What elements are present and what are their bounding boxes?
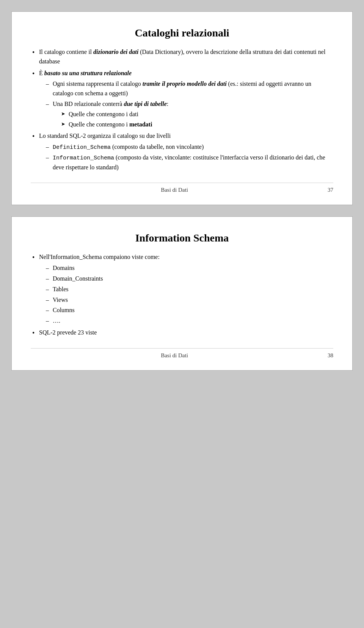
list-item: Domain_Constraints: [46, 274, 333, 284]
page-number: 37: [318, 187, 333, 193]
sub-list: Domains Domain_Constraints Tables Views …: [39, 264, 333, 326]
list-item: Tables: [46, 285, 333, 294]
list-item: SQL-2 prevede 23 viste: [31, 328, 333, 338]
footer-label: Basi di Dati: [31, 352, 318, 359]
code-information-schema: Information_Schema: [53, 155, 114, 161]
text-node: Il catalogo contiene il dizionario dei d…: [39, 49, 325, 65]
slide-2-content: Nell'Information_Schema compaiono viste …: [31, 252, 333, 337]
text-node: Nell'Information_Schema compaiono viste …: [39, 254, 160, 260]
list-item: Domains: [46, 264, 333, 273]
slide-1-footer: Basi di Dati 37: [31, 183, 333, 193]
list-item: Quelle che contengono i dati: [61, 110, 333, 119]
text-node: Ogni sistema rappresenta il catalogo tra…: [53, 80, 311, 96]
list-item: ….: [46, 316, 333, 326]
text-node: Views: [53, 297, 68, 303]
slide-2-footer: Basi di Dati 38: [31, 348, 333, 359]
list-item: Quelle che contengono i metadati: [61, 120, 333, 129]
list-item: Definition_Schema (composto da tabelle, …: [46, 142, 333, 152]
footer-label: Basi di Dati: [31, 187, 318, 193]
text-node: Definition_Schema (composto da tabelle, …: [53, 144, 204, 150]
list-item: Columns: [46, 306, 333, 315]
list-item: Una BD relazionale conterrà due tipi di …: [46, 99, 333, 129]
text-node: Una BD relazionale conterrà due tipi di …: [53, 101, 168, 107]
list-item: Ogni sistema rappresenta il catalogo tra…: [46, 79, 333, 98]
slide-2-title: Information Schema: [31, 232, 333, 244]
sub-list: Definition_Schema (composto da tabelle, …: [39, 142, 333, 172]
list-item: È basato su una struttura relazionale Og…: [31, 69, 333, 129]
slide-2: Information Schema Nell'Information_Sche…: [11, 216, 353, 370]
sub-list: Ogni sistema rappresenta il catalogo tra…: [39, 79, 333, 129]
page-number: 38: [318, 352, 333, 359]
list-item: Nell'Information_Schema compaiono viste …: [31, 252, 333, 326]
text-node: Domain_Constraints: [53, 275, 103, 282]
list-item: Lo standard SQL-2 organizza il catalogo …: [31, 131, 333, 172]
slide-1: Cataloghi relazionali Il catalogo contie…: [11, 11, 353, 205]
text-node: ….: [53, 317, 60, 324]
code-definition-schema: Definition_Schema: [53, 144, 111, 151]
list-item: Views: [46, 295, 333, 305]
sub-sub-list: Quelle che contengono i dati Quelle che …: [53, 110, 333, 129]
list-item: Information_Schema (composto da viste, v…: [46, 153, 333, 172]
text-node: Quelle che contengono i dati: [69, 111, 138, 117]
text-node: Quelle che contengono i metadati: [69, 121, 152, 128]
text-node: Domains: [53, 265, 75, 271]
main-list-slide2: Nell'Information_Schema compaiono viste …: [31, 252, 333, 337]
slide-1-content: Il catalogo contiene il dizionario dei d…: [31, 47, 333, 172]
slide-1-title: Cataloghi relazionali: [31, 27, 333, 39]
main-list-slide1: Il catalogo contiene il dizionario dei d…: [31, 47, 333, 172]
text-node: Information_Schema (composto da viste, v…: [53, 154, 325, 170]
text-node: Tables: [53, 286, 69, 292]
text-node: SQL-2 prevede 23 viste: [39, 329, 97, 336]
list-item: Il catalogo contiene il dizionario dei d…: [31, 47, 333, 66]
text-node: È basato su una struttura relazionale: [39, 70, 132, 76]
text-node: Lo standard SQL-2 organizza il catalogo …: [39, 133, 171, 139]
text-node: Columns: [53, 307, 75, 313]
